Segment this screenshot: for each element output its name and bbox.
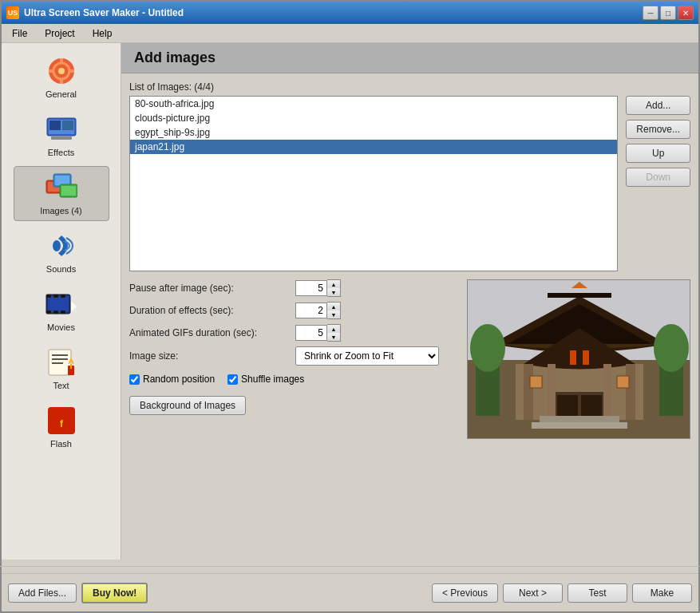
sidebar-item-effects[interactable]: Effects bbox=[14, 108, 109, 163]
duration-down-button[interactable]: ▼ bbox=[327, 310, 340, 318]
sidebar-item-sounds[interactable]: Sounds bbox=[14, 224, 109, 279]
list-section: List of Images: (4/4) 80-south-africa.jp… bbox=[129, 81, 690, 271]
sounds-icon bbox=[45, 230, 77, 262]
shuffle-images-checkbox[interactable]: Shuffle images bbox=[227, 374, 304, 385]
sidebar-label-general: General bbox=[45, 89, 77, 99]
svg-rect-46 bbox=[626, 364, 635, 420]
test-button[interactable]: Test bbox=[568, 583, 627, 603]
list-item[interactable]: clouds-picture.jpg bbox=[130, 111, 617, 125]
svg-rect-21 bbox=[46, 295, 51, 298]
title-controls: ─ □ ✕ bbox=[643, 6, 694, 20]
svg-rect-59 bbox=[530, 376, 542, 388]
minimize-button[interactable]: ─ bbox=[643, 6, 658, 20]
svg-rect-30 bbox=[52, 358, 68, 360]
sidebar-item-flash[interactable]: f Flash bbox=[14, 399, 109, 454]
menu-help[interactable]: Help bbox=[85, 26, 120, 42]
shuffle-images-input[interactable] bbox=[227, 374, 238, 385]
settings-area: Pause after image (sec): ▲ ▼ Duration of… bbox=[129, 279, 690, 439]
svg-rect-29 bbox=[52, 354, 68, 356]
close-button[interactable]: ✕ bbox=[678, 6, 694, 20]
background-button[interactable]: Background of Images bbox=[129, 396, 246, 415]
sidebar: General Effects bbox=[2, 43, 121, 560]
general-icon bbox=[45, 55, 77, 87]
movies-icon bbox=[45, 288, 77, 320]
gif-down-button[interactable]: ▼ bbox=[327, 333, 340, 341]
duration-input[interactable] bbox=[295, 303, 327, 318]
random-position-input[interactable] bbox=[129, 374, 140, 385]
svg-rect-17 bbox=[61, 186, 76, 196]
down-button[interactable]: Down bbox=[626, 168, 690, 187]
make-button[interactable]: Make bbox=[632, 583, 692, 603]
pause-up-button[interactable]: ▲ bbox=[327, 280, 340, 288]
add-button[interactable]: Add... bbox=[626, 96, 690, 115]
svg-point-2 bbox=[58, 68, 65, 74]
pause-label: Pause after image (sec): bbox=[129, 283, 289, 294]
svg-rect-6 bbox=[69, 69, 74, 73]
svg-point-52 bbox=[470, 324, 505, 372]
sidebar-item-general[interactable]: General bbox=[14, 49, 109, 105]
sidebar-label-images: Images (4) bbox=[40, 206, 82, 216]
svg-rect-45 bbox=[524, 364, 533, 420]
svg-rect-22 bbox=[53, 295, 58, 298]
svg-rect-24 bbox=[46, 310, 51, 314]
svg-rect-5 bbox=[49, 69, 53, 73]
imagesize-label: Image size: bbox=[129, 350, 289, 362]
duration-row: Duration of effects (sec): ▲ ▼ bbox=[129, 302, 454, 319]
sidebar-item-movies[interactable]: Movies bbox=[14, 283, 109, 338]
gif-label: Animated GIFs duration (sec): bbox=[129, 327, 289, 338]
checkbox-row: Random position Shuffle images bbox=[129, 374, 454, 385]
duration-label: Duration of effects (sec): bbox=[129, 305, 289, 316]
gif-up-button[interactable]: ▲ bbox=[327, 325, 340, 333]
sidebar-label-flash: Flash bbox=[50, 439, 72, 449]
svg-marker-27 bbox=[71, 301, 77, 312]
pause-down-button[interactable]: ▼ bbox=[327, 288, 340, 296]
menu-project[interactable]: Project bbox=[38, 26, 81, 42]
text-icon bbox=[45, 346, 77, 378]
duration-up-button[interactable]: ▲ bbox=[327, 303, 340, 310]
menu-file[interactable]: File bbox=[5, 26, 34, 42]
window-title: Ultra Screen Saver Maker - Untitled bbox=[24, 7, 184, 18]
svg-rect-60 bbox=[617, 376, 629, 388]
pause-row: Pause after image (sec): ▲ ▼ bbox=[129, 279, 454, 297]
pause-spinner: ▲ ▼ bbox=[295, 279, 341, 297]
shuffle-images-label: Shuffle images bbox=[241, 374, 304, 385]
imagesize-select[interactable]: Shrink or Zoom to Fit Stretch to Fit Cen… bbox=[295, 346, 439, 366]
sidebar-item-images[interactable]: Images (4) bbox=[14, 166, 109, 221]
svg-rect-9 bbox=[49, 121, 61, 130]
gif-input[interactable] bbox=[295, 325, 327, 341]
pause-input[interactable] bbox=[295, 280, 327, 296]
add-files-button[interactable]: Add Files... bbox=[8, 583, 77, 603]
flash-icon: f bbox=[45, 405, 77, 437]
effects-icon bbox=[45, 113, 77, 145]
duration-spinner: ▲ ▼ bbox=[295, 302, 341, 319]
app-window: US Ultra Screen Saver Maker - Untitled ─… bbox=[0, 0, 700, 613]
remove-button[interactable]: Remove... bbox=[626, 120, 690, 139]
main-layout: General Effects bbox=[2, 43, 698, 560]
app-icon: US bbox=[6, 6, 19, 19]
duration-spinner-buttons: ▲ ▼ bbox=[327, 302, 341, 319]
next-button[interactable]: Next > bbox=[503, 583, 563, 603]
page-header: Add images bbox=[121, 43, 698, 73]
maximize-button[interactable]: □ bbox=[660, 6, 676, 20]
menu-bar: File Project Help bbox=[2, 24, 698, 43]
previous-button[interactable]: < Previous bbox=[432, 583, 498, 603]
title-bar: US Ultra Screen Saver Maker - Untitled ─… bbox=[2, 2, 698, 24]
svg-rect-10 bbox=[62, 121, 73, 130]
divider bbox=[0, 566, 700, 567]
settings-left: Pause after image (sec): ▲ ▼ Duration of… bbox=[129, 279, 454, 439]
buy-now-button[interactable]: Buy Now! bbox=[81, 583, 148, 603]
svg-rect-48 bbox=[603, 364, 611, 420]
list-item[interactable]: 80-south-africa.jpg bbox=[130, 97, 617, 111]
random-position-label: Random position bbox=[143, 374, 215, 385]
list-item[interactable]: egypt_ship-9s.jpg bbox=[130, 125, 617, 140]
image-list[interactable]: 80-south-africa.jpg clouds-picture.jpg e… bbox=[129, 96, 618, 271]
svg-rect-55 bbox=[548, 293, 611, 298]
svg-rect-3 bbox=[60, 58, 63, 63]
random-position-checkbox[interactable]: Random position bbox=[129, 374, 215, 385]
up-button[interactable]: Up bbox=[626, 144, 690, 163]
svg-rect-57 bbox=[570, 350, 576, 365]
sidebar-item-text[interactable]: Text bbox=[14, 341, 109, 396]
list-label: List of Images: (4/4) bbox=[129, 81, 618, 93]
bottom-bar: Add Files... Buy Now! < Previous Next > … bbox=[2, 573, 698, 611]
list-item-selected[interactable]: japan21.jpg bbox=[130, 140, 617, 154]
